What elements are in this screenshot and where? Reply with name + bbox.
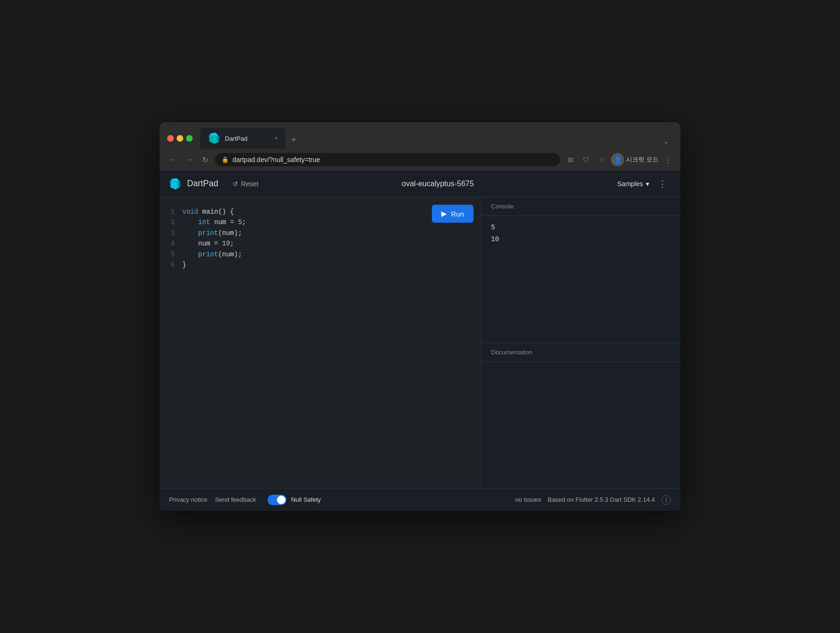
- line-number: 3: [167, 228, 175, 238]
- console-line-2: 10: [491, 234, 671, 245]
- line-number: 4: [167, 238, 175, 249]
- code-line-5: 5 print(num);: [167, 249, 474, 260]
- browser-window: DartPad × + ⌄ ← → ↻ 🔒 dartpad.dev/?null_…: [160, 122, 680, 511]
- tab-title: DartPad: [225, 135, 248, 142]
- code-line-2: 2 int num = 5;: [167, 217, 474, 227]
- code-content: void main() {: [182, 207, 234, 217]
- samples-chevron-icon: ▾: [646, 180, 649, 188]
- profile-button[interactable]: 👤: [611, 153, 624, 166]
- line-number: 5: [167, 249, 175, 260]
- console-panel: Console 5 10: [482, 197, 680, 343]
- line-number: 6: [167, 260, 175, 270]
- incognito-label: 시크릿 모드: [626, 155, 659, 164]
- dartpad-app-title: DartPad: [187, 179, 218, 189]
- code-content: num = 10;: [182, 238, 234, 249]
- line-number: 1: [167, 207, 175, 217]
- sdk-info: Based on Flutter 2.5.3 Dart SDK 2.14.4: [548, 496, 655, 503]
- null-safety-label: Null Safety: [291, 496, 321, 503]
- traffic-lights: [167, 135, 193, 142]
- code-line-4: 4 num = 10;: [167, 238, 474, 249]
- documentation-content: [482, 362, 680, 488]
- forward-button[interactable]: →: [182, 154, 196, 166]
- dart-tab-icon: [208, 132, 221, 145]
- reset-label: Reset: [241, 180, 259, 188]
- dartpad-app: DartPad ↺ Reset oval-eucalyptus-5675 Sam…: [160, 171, 680, 511]
- address-text: dartpad.dev/?null_safety=true: [232, 156, 320, 163]
- privacy-notice-link[interactable]: Privacy notice: [169, 496, 207, 503]
- issues-badge: no issues: [515, 496, 541, 503]
- close-button[interactable]: [167, 135, 174, 142]
- dartpad-main: ▶ Run 1 void main() { 2 int num: [160, 197, 680, 488]
- address-bar[interactable]: 🔒 dartpad.dev/?null_safety=true: [215, 153, 560, 166]
- tab-chevron-icon[interactable]: ⌄: [660, 134, 673, 149]
- footer-right: no issues Based on Flutter 2.5.3 Dart SD…: [515, 495, 671, 505]
- browser-more-button[interactable]: ⋮: [661, 153, 675, 167]
- refresh-button[interactable]: ↻: [199, 154, 211, 166]
- new-tab-button[interactable]: +: [286, 131, 302, 149]
- right-panel: Console 5 10 Documentation: [482, 197, 680, 488]
- samples-label: Samples: [617, 180, 643, 188]
- console-line-1: 5: [491, 222, 671, 234]
- editor-panel: ▶ Run 1 void main() { 2 int num: [160, 197, 482, 488]
- code-content: int num = 5;: [182, 217, 246, 227]
- bookmark-icon[interactable]: ☆: [595, 153, 609, 166]
- dartpad-logo-icon: [169, 177, 182, 190]
- info-icon: i: [666, 497, 667, 503]
- documentation-panel: Documentation: [482, 343, 680, 488]
- send-feedback-link[interactable]: Send feedback: [215, 496, 256, 503]
- dartpad-header: DartPad ↺ Reset oval-eucalyptus-5675 Sam…: [160, 171, 680, 197]
- code-content: print(num);: [182, 249, 242, 260]
- maximize-button[interactable]: [186, 135, 193, 142]
- title-bar: DartPad × + ⌄: [160, 122, 680, 149]
- null-safety-toggle-group: Null Safety: [268, 495, 321, 505]
- browser-toolbar-icons: ⊞ 🛡 ☆ 👤 시크릿 모드 ⋮: [564, 153, 675, 167]
- code-editor[interactable]: 1 void main() { 2 int num = 5; 3: [160, 197, 481, 488]
- back-button[interactable]: ←: [165, 154, 179, 166]
- run-label: Run: [451, 210, 464, 218]
- lock-icon: 🔒: [222, 156, 229, 163]
- editor-toolbar: ▶ Run: [432, 205, 474, 223]
- toggle-knob: [277, 496, 286, 504]
- run-button[interactable]: ▶ Run: [432, 205, 474, 223]
- footer-left: Privacy notice Send feedback Null Safety: [169, 495, 321, 505]
- info-icon-button[interactable]: i: [661, 495, 671, 505]
- console-header: Console: [482, 197, 680, 216]
- code-content: }: [182, 260, 186, 270]
- address-bar-row: ← → ↻ 🔒 dartpad.dev/?null_safety=true ⊞ …: [160, 149, 680, 171]
- reset-icon: ↺: [232, 180, 238, 188]
- dartpad-more-button[interactable]: ⋮: [654, 175, 671, 192]
- documentation-header: Documentation: [482, 343, 680, 362]
- tab-close-button[interactable]: ×: [275, 135, 278, 142]
- run-icon: ▶: [441, 209, 447, 218]
- active-tab[interactable]: DartPad ×: [200, 128, 286, 149]
- samples-button[interactable]: Samples ▾: [613, 177, 654, 190]
- line-number: 2: [167, 217, 175, 227]
- reset-button[interactable]: ↺ Reset: [228, 177, 263, 190]
- shield-icon[interactable]: 🛡: [579, 153, 593, 166]
- code-line-6: 6 }: [167, 260, 474, 270]
- tabs-row: DartPad × + ⌄: [200, 128, 673, 149]
- browser-chrome: DartPad × + ⌄ ← → ↻ 🔒 dartpad.dev/?null_…: [160, 122, 680, 171]
- null-safety-toggle[interactable]: [268, 495, 286, 505]
- code-line-1: 1 void main() {: [167, 207, 474, 217]
- dartpad-logo: DartPad: [169, 177, 218, 190]
- code-content: print(num);: [182, 228, 242, 238]
- translate-icon[interactable]: ⊞: [564, 153, 577, 166]
- console-output: 5 10: [482, 216, 680, 343]
- minimize-button[interactable]: [177, 135, 183, 142]
- code-line-3: 3 print(num);: [167, 228, 474, 238]
- dartpad-footer: Privacy notice Send feedback Null Safety…: [160, 488, 680, 511]
- project-name: oval-eucalyptus-5675: [263, 180, 613, 188]
